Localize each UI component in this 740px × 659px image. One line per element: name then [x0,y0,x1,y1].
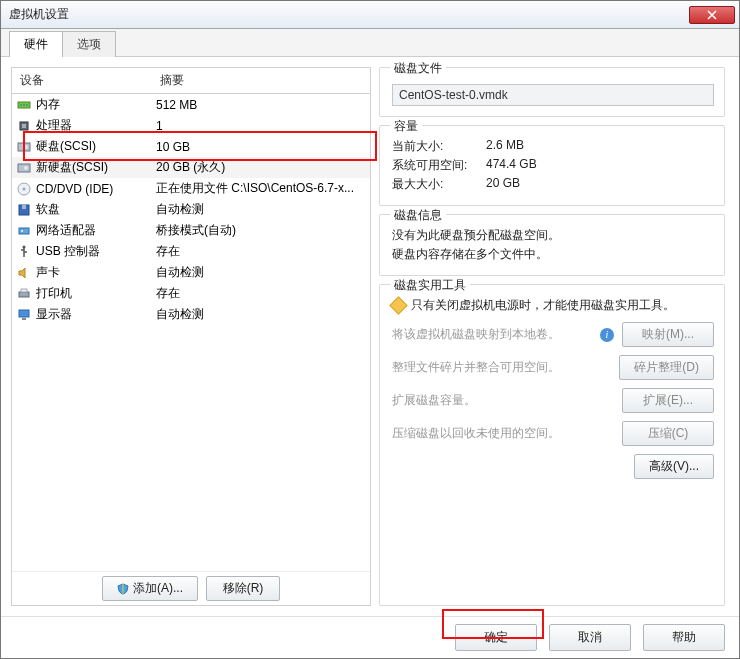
help-button[interactable]: 帮助 [643,624,725,651]
hw-label: 软盘 [36,201,60,218]
disk-tools-group: 磁盘实用工具 只有关闭虚拟机电源时，才能使用磁盘实用工具。 将该虚拟机磁盘映射到… [379,284,725,606]
hw-row-usb[interactable]: USB 控制器 存在 [12,241,370,262]
svg-rect-17 [19,292,29,297]
hw-label: USB 控制器 [36,243,100,260]
svg-point-11 [23,187,26,190]
disk-tools-legend: 磁盘实用工具 [390,277,470,294]
defrag-button[interactable]: 碎片整理(D) [619,355,714,380]
hdd-icon [16,139,32,155]
svg-rect-14 [19,228,29,234]
compress-desc: 压缩磁盘以回收未使用的空间。 [392,425,614,442]
max-size-value: 20 GB [486,176,520,193]
window-title: 虚拟机设置 [9,6,689,23]
disk-file-path[interactable]: CentOS-test-0.vmdk [392,84,714,106]
free-space-value: 474.4 GB [486,157,537,174]
current-size-value: 2.6 MB [486,138,524,155]
hw-summary: 10 GB [156,140,366,154]
hw-summary: 512 MB [156,98,366,112]
expand-button[interactable]: 扩展(E)... [622,388,714,413]
svg-rect-15 [21,230,23,232]
hw-summary: 存在 [156,243,366,260]
right-panel: 磁盘文件 CentOS-test-0.vmdk 容量 当前大小:2.6 MB 系… [379,67,729,606]
hw-label: 网络适配器 [36,222,96,239]
disk-info-line1: 没有为此硬盘预分配磁盘空间。 [392,227,714,244]
disk-file-group: 磁盘文件 CentOS-test-0.vmdk [379,67,725,117]
hw-summary: 正在使用文件 C:\ISO\CentOS-6.7-x... [156,180,366,197]
hw-row-hdd-1[interactable]: 硬盘(SCSI) 10 GB [12,136,370,157]
info-icon[interactable]: i [600,328,614,342]
display-icon [16,307,32,323]
col-device: 设备 [12,68,152,93]
hw-row-cpu[interactable]: 处理器 1 [12,115,370,136]
cd-icon [16,181,32,197]
printer-icon [16,286,32,302]
hdd-icon [16,160,32,176]
hw-row-floppy[interactable]: 软盘 自动检测 [12,199,370,220]
tab-options[interactable]: 选项 [62,31,116,57]
hw-label: 硬盘(SCSI) [36,138,96,155]
disk-info-group: 磁盘信息 没有为此硬盘预分配磁盘空间。 硬盘内容存储在多个文件中。 [379,214,725,276]
hardware-list-panel: 设备 摘要 内存 512 MB 处理器 1 硬盘(SCSI) 10 GB [11,67,371,606]
svg-rect-13 [22,205,26,209]
hw-label: 处理器 [36,117,72,134]
svg-rect-2 [23,104,25,106]
warning-icon [389,297,407,315]
close-button[interactable] [689,6,735,24]
hw-label: 内存 [36,96,60,113]
hw-summary: 自动检测 [156,264,366,281]
cpu-icon [16,118,32,134]
hw-summary: 20 GB (永久) [156,159,366,176]
cancel-button[interactable]: 取消 [549,624,631,651]
hw-label: CD/DVD (IDE) [36,182,113,196]
svg-rect-3 [26,104,28,106]
tab-hardware[interactable]: 硬件 [9,31,63,57]
floppy-icon [16,202,32,218]
net-icon [16,223,32,239]
usb-icon [16,244,32,260]
tab-strip: 硬件 选项 [1,29,739,57]
remove-button[interactable]: 移除(R) [206,576,280,601]
map-desc: 将该虚拟机磁盘映射到本地卷。 [392,326,592,343]
svg-rect-20 [22,318,26,320]
hw-summary: 自动检测 [156,201,366,218]
capacity-legend: 容量 [390,118,422,135]
compress-button[interactable]: 压缩(C) [622,421,714,446]
hw-summary: 存在 [156,285,366,302]
dialog-footer: 确定 取消 帮助 [1,616,739,658]
hw-summary: 1 [156,119,366,133]
svg-rect-18 [21,289,27,292]
shield-icon [117,583,129,595]
hw-row-sound[interactable]: 声卡 自动检测 [12,262,370,283]
free-space-label: 系统可用空间: [392,157,480,174]
defrag-desc: 整理文件碎片并整合可用空间。 [392,359,611,376]
hw-row-network[interactable]: 网络适配器 桥接模式(自动) [12,220,370,241]
sound-icon [16,265,32,281]
max-size-label: 最大大小: [392,176,480,193]
hw-label: 新硬盘(SCSI) [36,159,108,176]
add-button[interactable]: 添加(A)... [102,576,198,601]
hw-row-display[interactable]: 显示器 自动检测 [12,304,370,325]
col-summary: 摘要 [152,68,370,93]
svg-point-7 [24,145,28,149]
close-icon [707,10,717,20]
hw-row-printer[interactable]: 打印机 存在 [12,283,370,304]
hw-row-cdrom[interactable]: CD/DVD (IDE) 正在使用文件 C:\ISO\CentOS-6.7-x.… [12,178,370,199]
disk-info-legend: 磁盘信息 [390,207,446,224]
hardware-list-header: 设备 摘要 [12,68,370,94]
hw-row-memory[interactable]: 内存 512 MB [12,94,370,115]
memory-icon [16,97,32,113]
expand-desc: 扩展磁盘容量。 [392,392,614,409]
svg-rect-19 [19,310,29,317]
map-button[interactable]: 映射(M)... [622,322,714,347]
hw-label: 显示器 [36,306,72,323]
advanced-button[interactable]: 高级(V)... [634,454,714,479]
current-size-label: 当前大小: [392,138,480,155]
disk-file-legend: 磁盘文件 [390,60,446,77]
hw-summary: 桥接模式(自动) [156,222,366,239]
add-button-label: 添加(A)... [133,581,183,595]
disk-info-line2: 硬盘内容存储在多个文件中。 [392,246,714,263]
ok-button[interactable]: 确定 [455,624,537,651]
svg-point-16 [23,245,26,248]
hw-row-hdd-new[interactable]: 新硬盘(SCSI) 20 GB (永久) [12,157,370,178]
svg-point-9 [24,166,28,170]
